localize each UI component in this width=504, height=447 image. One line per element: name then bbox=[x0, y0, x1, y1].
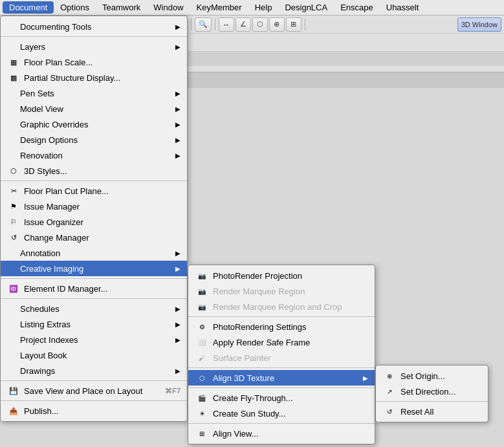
menu-item-floor-plan-cut-plane[interactable]: ✂ Floor Plan Cut Plane... bbox=[1, 183, 187, 199]
menu-item-layers[interactable]: Layers ▶ bbox=[1, 39, 187, 54]
submenu-align-3d-texture: ⊕ Set Origin... ↗ Set Direction... ↺ Res… bbox=[375, 365, 488, 422]
menu-item-partial-structure[interactable]: ▩ Partial Structure Display... bbox=[1, 70, 187, 85]
menu-item-renovation[interactable]: Renovation ▶ bbox=[1, 147, 187, 163]
toolbar-btn-snap[interactable]: ⊕ bbox=[269, 17, 285, 32]
save-view-shortcut: ⌘F7 bbox=[165, 387, 181, 395]
submenu-creative-imaging: 📷 PhotoRender Projection 📷 Render Marque… bbox=[188, 265, 375, 444]
submenu-item-align-view[interactable]: ⊞ Align View... bbox=[188, 426, 375, 441]
menu-item-design-options[interactable]: Design Options ▶ bbox=[1, 132, 187, 147]
submenu-item-render-marquee-region[interactable]: 📷 Render Marquee Region bbox=[188, 283, 375, 299]
menu-item-layout-book[interactable]: Layout Book bbox=[1, 347, 187, 363]
menu-item-issue-manager[interactable]: ⚑ Issue Manager bbox=[1, 199, 187, 214]
menu-item-documenting-tools[interactable]: Documenting Tools ▶ bbox=[1, 19, 187, 34]
arrow-icon: ▶ bbox=[175, 265, 181, 272]
toolbar-btn-angle[interactable]: ∠ bbox=[236, 17, 251, 32]
submenu-item-create-sun-study[interactable]: ☀ Create Sun Study... bbox=[188, 406, 375, 421]
menu-sep-5 bbox=[1, 380, 187, 381]
menu-item-save-view[interactable]: 💾 Save View and Place on Layout ⌘F7 bbox=[1, 383, 187, 398]
floor-plan-cut-plane-label: Floor Plan Cut Plane... bbox=[24, 186, 109, 196]
align-view-icon: ⊞ bbox=[195, 428, 209, 439]
submenu-item-set-origin[interactable]: ⊕ Set Origin... bbox=[376, 368, 488, 384]
toolbar-btn-zoom[interactable]: 🔍 bbox=[195, 17, 212, 32]
photorender-icon: 📷 bbox=[195, 270, 209, 281]
menubar-item-document[interactable]: Document bbox=[3, 1, 54, 14]
listing-extras-label: Listing Extras bbox=[20, 320, 71, 329]
model-view-label: Model View bbox=[20, 104, 63, 114]
render-marquee-icon: 📷 bbox=[195, 286, 209, 296]
menubar: Document Options Teamwork Window KeyMemb… bbox=[0, 0, 504, 16]
align-view-label: Align View... bbox=[213, 429, 259, 439]
arrow-icon: ▶ bbox=[175, 136, 181, 144]
menubar-item-designlca[interactable]: DesignLCA bbox=[278, 1, 334, 14]
design-options-label: Design Options bbox=[20, 135, 78, 145]
3d-styles-icon: ⬡ bbox=[7, 166, 20, 176]
menubar-item-options[interactable]: Options bbox=[54, 1, 96, 14]
sun-study-icon: ☀ bbox=[195, 408, 209, 419]
schedules-label: Schedules bbox=[20, 304, 60, 314]
toolbar-btn-3dwindow[interactable]: 3D Window bbox=[457, 17, 501, 32]
submenu-item-align-3d-texture[interactable]: ⬡ Align 3D Texture ▶ bbox=[188, 370, 375, 386]
menu-item-project-indexes[interactable]: Project Indexes ▶ bbox=[1, 332, 187, 347]
menu-item-element-id-manager[interactable]: 🆔 Element ID Manager... bbox=[1, 281, 187, 296]
issue-organizer-label: Issue Organizer bbox=[24, 217, 83, 227]
reset-all-label: Reset All bbox=[400, 407, 433, 417]
menubar-item-keymember[interactable]: KeyMember bbox=[190, 1, 248, 14]
menubar-item-help[interactable]: Help bbox=[248, 1, 279, 14]
creative-imaging-label: Creative Imaging bbox=[20, 264, 83, 274]
menu-item-pen-sets[interactable]: Pen Sets ▶ bbox=[1, 85, 187, 101]
surface-painter-label: Surface Painter bbox=[213, 353, 271, 363]
menu-item-listing-extras[interactable]: Listing Extras ▶ bbox=[1, 316, 187, 332]
create-fly-through-label: Create Fly-Through... bbox=[213, 393, 293, 403]
set-direction-label: Set Direction... bbox=[400, 387, 455, 397]
submenu-item-reset-all[interactable]: ↺ Reset All bbox=[376, 404, 488, 419]
render-crop-icon: 📷 bbox=[195, 301, 209, 312]
menu-item-schedules[interactable]: Schedules ▶ bbox=[1, 301, 187, 316]
submenu-item-set-direction[interactable]: ↗ Set Direction... bbox=[376, 384, 488, 399]
change-manager-icon: ↺ bbox=[7, 232, 20, 243]
menubar-item-enscape[interactable]: Enscape bbox=[334, 1, 380, 14]
menu-item-change-manager[interactable]: ↺ Change Manager bbox=[1, 230, 187, 245]
floor-plan-scale-icon: ▦ bbox=[7, 57, 20, 67]
submenu-item-render-marquee-crop[interactable]: 📷 Render Marquee Region and Crop bbox=[188, 299, 375, 314]
arrow-icon: ▶ bbox=[175, 321, 181, 328]
photorendering-settings-icon: ⚙ bbox=[195, 322, 209, 332]
menu-item-publish[interactable]: 📤 Publish... bbox=[1, 403, 187, 419]
toolbar-btn-coord[interactable]: ⊞ bbox=[286, 17, 301, 32]
menu-item-graphic-overrides[interactable]: Graphic Overrides ▶ bbox=[1, 116, 187, 132]
menu-item-floor-plan-scale[interactable]: ▦ Floor Plan Scale... bbox=[1, 54, 187, 70]
menubar-item-teamwork[interactable]: Teamwork bbox=[96, 1, 147, 14]
renovation-label: Renovation bbox=[20, 151, 63, 160]
menubar-item-window[interactable]: Window bbox=[147, 1, 190, 14]
toolbar-btn-measure[interactable]: ↔ bbox=[219, 17, 234, 32]
photorender-projection-label: PhotoRender Projection bbox=[213, 271, 302, 281]
menu-item-3d-styles[interactable]: ⬡ 3D Styles... bbox=[1, 163, 187, 179]
submenu-item-create-fly-through[interactable]: 🎬 Create Fly-Through... bbox=[188, 390, 375, 406]
set-origin-label: Set Origin... bbox=[400, 371, 445, 381]
documenting-tools-label: Documenting Tools bbox=[20, 22, 91, 32]
menu-sep-2 bbox=[1, 180, 187, 181]
menu-item-issue-organizer[interactable]: ⚐ Issue Organizer bbox=[1, 214, 187, 230]
sm-sep-4 bbox=[188, 423, 375, 424]
menu-sep-6 bbox=[1, 400, 187, 401]
menu-item-drawings[interactable]: Drawings ▶ bbox=[1, 363, 187, 378]
submenu-item-photorendering-settings[interactable]: ⚙ PhotoRendering Settings bbox=[188, 319, 375, 334]
submenu-item-apply-render-safe-frame[interactable]: ⬜ Apply Render Safe Frame bbox=[188, 334, 375, 350]
issue-manager-label: Issue Manager bbox=[24, 202, 80, 212]
sm-sep-3 bbox=[188, 387, 375, 388]
menubar-item-uhasselt[interactable]: Uhasselt bbox=[380, 1, 426, 14]
arrow-icon: ▶ bbox=[175, 105, 181, 113]
issue-organizer-icon: ⚐ bbox=[7, 217, 20, 227]
submenu-item-photorender-projection[interactable]: 📷 PhotoRender Projection bbox=[188, 268, 375, 283]
toolbar-btn-area[interactable]: ⬡ bbox=[252, 17, 268, 32]
pen-sets-label: Pen Sets bbox=[20, 89, 54, 98]
menu-item-annotation[interactable]: Annotation ▶ bbox=[1, 245, 187, 261]
arrow-icon: ▶ bbox=[175, 367, 181, 375]
submenu-item-surface-painter[interactable]: 🖌 Surface Painter bbox=[188, 350, 375, 365]
photorendering-settings-label: PhotoRendering Settings bbox=[213, 322, 307, 332]
render-marquee-crop-label: Render Marquee Region and Crop bbox=[213, 302, 342, 312]
toolbar-sep-4 bbox=[215, 19, 215, 30]
set-direction-icon: ↗ bbox=[382, 386, 397, 397]
menu-item-model-view[interactable]: Model View ▶ bbox=[1, 101, 187, 116]
menu-item-creative-imaging[interactable]: Creative Imaging ▶ bbox=[1, 261, 187, 276]
menu-sep-4 bbox=[1, 298, 187, 299]
